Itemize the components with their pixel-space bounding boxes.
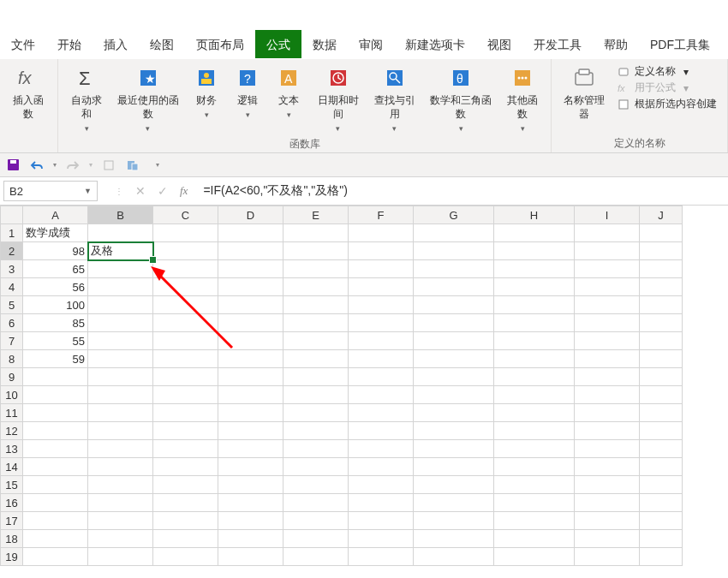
cell[interactable] (88, 224, 153, 242)
row-header[interactable]: 15 (1, 476, 23, 494)
cell[interactable] (23, 494, 88, 512)
cell[interactable] (88, 278, 153, 296)
cell[interactable] (23, 548, 88, 566)
cell[interactable] (349, 242, 414, 260)
cell[interactable] (283, 458, 349, 476)
ribbon-tab-公式[interactable]: 公式 (255, 30, 301, 58)
cell[interactable] (88, 440, 153, 458)
undo-dropdown[interactable]: ▾ (53, 161, 57, 169)
name-manager-button[interactable]: 名称管理器 (557, 63, 612, 122)
cell[interactable] (640, 476, 683, 494)
cell[interactable] (575, 260, 640, 278)
define-name-button[interactable]: 定义名称 ▾ (617, 64, 717, 79)
cell[interactable] (88, 530, 153, 548)
cell[interactable] (640, 368, 683, 386)
cell[interactable] (494, 386, 575, 404)
row-header[interactable]: 18 (1, 530, 23, 548)
cell[interactable] (349, 350, 414, 368)
cell[interactable] (349, 548, 414, 566)
cell[interactable] (414, 260, 494, 278)
cell[interactable] (283, 224, 349, 242)
cell[interactable] (640, 350, 683, 368)
use-in-formula-button[interactable]: fx 用于公式 ▾ (617, 80, 717, 95)
cell[interactable] (494, 260, 575, 278)
cell[interactable] (153, 242, 218, 260)
cell[interactable]: 85 (23, 314, 88, 332)
cell[interactable] (494, 476, 575, 494)
cell[interactable] (23, 530, 88, 548)
cell[interactable] (414, 440, 494, 458)
cell[interactable] (575, 368, 640, 386)
cell[interactable] (575, 440, 640, 458)
cell[interactable] (575, 278, 640, 296)
cell[interactable] (640, 296, 683, 314)
cell[interactable] (88, 350, 153, 368)
cell[interactable] (349, 404, 414, 422)
cell[interactable] (218, 494, 283, 512)
column-header[interactable]: E (283, 206, 349, 224)
cell[interactable] (494, 332, 575, 350)
cell[interactable] (349, 332, 414, 350)
cell[interactable] (640, 386, 683, 404)
cell[interactable] (23, 404, 88, 422)
qat-button-2[interactable] (125, 158, 140, 173)
name-box[interactable]: B2 ▼ (3, 181, 98, 201)
cell[interactable] (349, 422, 414, 440)
cell[interactable] (575, 332, 640, 350)
cell[interactable]: 65 (23, 260, 88, 278)
row-header[interactable]: 19 (1, 548, 23, 566)
ribbon-tab-文件[interactable]: 文件 (0, 30, 46, 58)
row-header[interactable]: 1 (1, 224, 23, 242)
column-header[interactable]: A (23, 206, 88, 224)
cell[interactable] (283, 548, 349, 566)
cell[interactable] (575, 476, 640, 494)
cell[interactable] (283, 476, 349, 494)
cell[interactable] (414, 386, 494, 404)
cell[interactable] (349, 368, 414, 386)
cell[interactable] (153, 512, 218, 530)
cell[interactable] (414, 476, 494, 494)
cell[interactable] (414, 422, 494, 440)
cell[interactable] (494, 296, 575, 314)
ribbon-tab-开发工具[interactable]: 开发工具 (522, 30, 593, 58)
ribbon-tab-页面布局[interactable]: 页面布局 (185, 30, 255, 58)
cell[interactable] (218, 476, 283, 494)
cell[interactable] (575, 422, 640, 440)
column-header[interactable]: D (218, 206, 283, 224)
cell[interactable]: 数学成绩 (23, 224, 88, 242)
row-header[interactable]: 3 (1, 260, 23, 278)
cell[interactable] (88, 422, 153, 440)
cell[interactable] (575, 350, 640, 368)
cell[interactable] (218, 278, 283, 296)
select-all-corner[interactable] (1, 206, 23, 224)
cell[interactable] (575, 494, 640, 512)
cell[interactable] (640, 422, 683, 440)
ribbon-tab-数据[interactable]: 数据 (301, 30, 348, 58)
cell[interactable] (494, 350, 575, 368)
cell[interactable] (88, 260, 153, 278)
cell[interactable] (153, 422, 218, 440)
cell[interactable] (88, 458, 153, 476)
ribbon-tab-视图[interactable]: 视图 (476, 30, 522, 58)
cell[interactable] (23, 368, 88, 386)
cell[interactable]: 及格 (88, 242, 153, 260)
cell[interactable] (153, 314, 218, 332)
cell[interactable] (575, 512, 640, 530)
cell[interactable] (23, 458, 88, 476)
cell[interactable] (283, 494, 349, 512)
row-header[interactable]: 16 (1, 494, 23, 512)
cell[interactable] (88, 548, 153, 566)
cell[interactable] (575, 530, 640, 548)
cell[interactable] (414, 332, 494, 350)
recent-functions-button[interactable]: ★ 最近使用的函数▾ (110, 63, 186, 137)
cell[interactable] (218, 512, 283, 530)
cell[interactable] (283, 350, 349, 368)
ribbon-tab-新建选项卡[interactable]: 新建选项卡 (394, 30, 476, 58)
cell[interactable] (218, 404, 283, 422)
autosum-button[interactable]: Σ 自动求和▾ (63, 63, 110, 137)
datetime-button[interactable]: 日期和时间▾ (309, 63, 366, 137)
cell[interactable] (349, 440, 414, 458)
save-button[interactable] (5, 158, 21, 173)
redo-button[interactable] (65, 158, 81, 173)
cell[interactable] (349, 476, 414, 494)
